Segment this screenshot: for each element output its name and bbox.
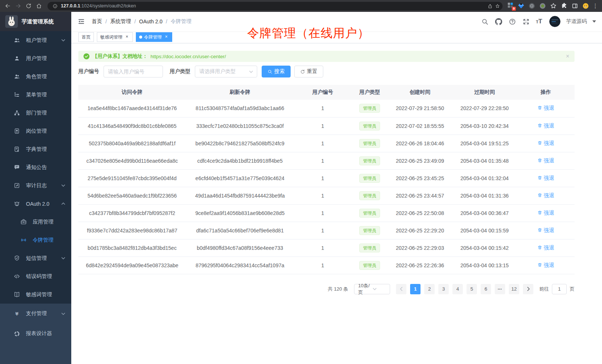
- force-logout-button[interactable]: 强退: [537, 262, 554, 269]
- extension-gem-icon[interactable]: [517, 2, 525, 10]
- breadcrumb-system[interactable]: 系统管理: [110, 18, 131, 25]
- help-icon[interactable]: [508, 17, 517, 26]
- browser-forward-icon[interactable]: [13, 1, 23, 11]
- user-type-badge: 管理员: [359, 226, 380, 235]
- sidebar-menu: 租户管理用户管理角色管理菜单管理部门管理岗位管理字典管理通知公告审计日志OAut…: [0, 31, 71, 304]
- force-logout-button[interactable]: 强退: [537, 227, 554, 234]
- action-cell: 强退: [517, 187, 575, 204]
- force-logout-label: 强退: [544, 123, 554, 129]
- sidebar-menu-bottom: ¥支付管理报表设计器: [0, 304, 71, 344]
- force-logout-button[interactable]: 强退: [537, 210, 554, 216]
- tab-close-icon[interactable]: ×: [164, 34, 169, 40]
- force-logout-button[interactable]: 强退: [537, 175, 554, 182]
- page-button-1[interactable]: 1: [410, 284, 421, 294]
- page-size-select[interactable]: 10条/页: [354, 284, 390, 294]
- page-button-2[interactable]: 2: [424, 284, 435, 294]
- user-menu-caret-icon[interactable]: [592, 20, 596, 23]
- address-bar[interactable]: 127.0.0.1:1024/system/oauth2/token: [48, 2, 503, 10]
- sidebar-toggle-icon[interactable]: [78, 17, 86, 26]
- sidebar-item-user[interactable]: 用户管理: [0, 49, 71, 67]
- action-cell: 强退: [517, 100, 575, 117]
- sidebar-item-notice[interactable]: 通知公告: [0, 158, 71, 176]
- tab-sensitive-words[interactable]: 敏感词管理×: [97, 32, 133, 42]
- user-type-select[interactable]: 请选择用户类型: [195, 66, 257, 77]
- page-button-4[interactable]: 4: [452, 284, 463, 294]
- bookmark-star-icon[interactable]: [494, 2, 501, 10]
- sidebar-item-label: 敏感词管理: [26, 291, 52, 298]
- reset-button[interactable]: 重置: [294, 66, 323, 77]
- fullscreen-icon[interactable]: [522, 17, 530, 26]
- force-logout-button[interactable]: 强退: [537, 192, 554, 199]
- page-button-12[interactable]: 12: [509, 284, 519, 294]
- share-icon[interactable]: [486, 2, 494, 10]
- sidebar-item-dept[interactable]: 部门管理: [0, 104, 71, 122]
- search-button-icon: [268, 69, 272, 74]
- action-cell: 强退: [517, 204, 575, 222]
- search-button[interactable]: 搜索: [262, 66, 291, 77]
- page-ellipsis[interactable]: •••: [495, 284, 505, 294]
- tab-close-icon[interactable]: ×: [124, 34, 130, 40]
- font-size-icon[interactable]: TT: [536, 18, 542, 25]
- next-page-button[interactable]: [523, 284, 533, 294]
- sidebar-item-audit-log[interactable]: 审计日志: [0, 176, 71, 195]
- app-logo[interactable]: 芋道管理系统: [0, 12, 71, 31]
- page-button-5[interactable]: 5: [467, 284, 477, 294]
- sidebar-item-oauth2-app[interactable]: 应用管理: [0, 213, 71, 231]
- force-logout-button[interactable]: 强退: [537, 105, 554, 112]
- extension-dot-icon[interactable]: [539, 2, 547, 10]
- extension-circle-icon[interactable]: [528, 2, 536, 10]
- header-search-icon[interactable]: [481, 17, 489, 26]
- browser-reload-icon[interactable]: [24, 1, 33, 11]
- force-logout-button[interactable]: 强退: [537, 140, 554, 147]
- prev-page-button[interactable]: [396, 284, 406, 294]
- user-id-input[interactable]: [104, 66, 163, 77]
- delete-icon: [537, 210, 542, 216]
- delete-icon: [537, 105, 542, 111]
- browser-profile-avatar[interactable]: [582, 2, 590, 10]
- sidebar-item-sms[interactable]: 短信管理: [0, 249, 71, 267]
- browser-menu-icon[interactable]: ⋮: [592, 3, 598, 9]
- sidebar-item-sensitive-word[interactable]: 敏感词管理: [0, 285, 71, 304]
- sidebar-item-oauth2-token[interactable]: 令牌管理: [0, 231, 71, 249]
- side-panel-icon[interactable]: [571, 2, 579, 10]
- page-button-6[interactable]: 6: [481, 284, 491, 294]
- sidebar-item-tenant[interactable]: 租户管理: [0, 31, 71, 49]
- force-logout-button[interactable]: 强退: [537, 158, 554, 164]
- tab-token[interactable]: 令牌管理×: [136, 32, 172, 42]
- active-tab-dot: [139, 36, 142, 39]
- table-row: 502375b8040a469a9b82188afdf6af1fbe90422b…: [78, 135, 575, 152]
- page-button-3[interactable]: 3: [438, 284, 449, 294]
- extensions-puzzle-icon[interactable]: [560, 2, 568, 10]
- sidebar-item-oauth2[interactable]: OAuth 2.0: [0, 195, 71, 213]
- user-name[interactable]: 芋道源码: [566, 18, 587, 25]
- tab-home[interactable]: 首页: [78, 32, 94, 42]
- alert-close-icon[interactable]: ×: [566, 53, 569, 59]
- browser-back-icon[interactable]: [3, 1, 13, 11]
- force-logout-button[interactable]: 强退: [537, 123, 554, 129]
- sidebar-item-role[interactable]: 角色管理: [0, 67, 71, 86]
- github-icon[interactable]: [495, 17, 503, 26]
- extension-star-icon[interactable]: [549, 2, 557, 10]
- action-cell: 强退: [517, 135, 575, 152]
- goto-page-input[interactable]: [552, 284, 567, 294]
- sidebar-item-dict[interactable]: 字典管理: [0, 140, 71, 158]
- site-info-icon[interactable]: [51, 2, 59, 10]
- table-row: f9336e7c7dd242a283ee98dc86b17a87dfa6c71a…: [78, 222, 575, 239]
- delete-icon: [537, 193, 542, 199]
- browser-home-icon[interactable]: [34, 1, 44, 11]
- user-type-cell: 管理员: [351, 100, 388, 117]
- doc-link[interactable]: https://doc.iocoder.cn/user-center/: [151, 54, 226, 59]
- sidebar-item-report-designer[interactable]: 报表设计器: [0, 324, 71, 344]
- sidebar-item-label: 应用管理: [33, 219, 53, 225]
- sidebar-item-pay[interactable]: ¥支付管理: [0, 304, 71, 324]
- access-token-cell: 502375b8040a469a9b82188afdf6af1f: [78, 135, 186, 152]
- extension-grid-icon[interactable]: 9: [506, 2, 514, 10]
- sidebar-item-post[interactable]: 岗位管理: [0, 122, 71, 140]
- breadcrumb-oauth2[interactable]: OAuth 2.0: [139, 19, 163, 24]
- force-logout-button[interactable]: 强退: [537, 245, 554, 251]
- sidebar-item-error-code[interactable]: 错误码管理: [0, 267, 71, 285]
- sidebar-item-menu[interactable]: 菜单管理: [0, 86, 71, 104]
- user-avatar[interactable]: [549, 16, 560, 27]
- action-cell: 强退: [517, 152, 575, 169]
- breadcrumb-home[interactable]: 首页: [92, 18, 102, 25]
